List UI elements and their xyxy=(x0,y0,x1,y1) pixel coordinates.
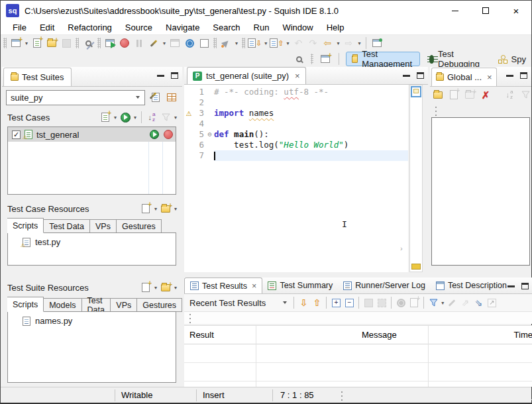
close-icon[interactable]: × xyxy=(252,281,256,291)
new-test-case-button[interactable] xyxy=(30,36,44,50)
chevron-down-icon[interactable]: ▾ xyxy=(173,111,178,124)
new-test-case-button[interactable] xyxy=(99,111,112,124)
add-directory-button[interactable] xyxy=(431,88,445,101)
column-divider[interactable] xyxy=(428,326,429,387)
suite-selector[interactable]: suite_py xyxy=(6,90,145,105)
drag-handle[interactable] xyxy=(188,313,192,323)
resource-tab[interactable]: Test Data xyxy=(82,298,111,312)
code-line[interactable]: 4 xyxy=(184,119,408,129)
new-test-suite-button[interactable] xyxy=(9,36,23,50)
collapse-all-button[interactable]: − xyxy=(343,296,356,309)
menu-item[interactable]: Edit xyxy=(33,21,61,35)
tab-test-suites[interactable]: Test Suites xyxy=(3,68,72,86)
code-editor[interactable]: 1# -*- coding: utf-8 -*-23import names45… xyxy=(184,85,408,272)
menu-item[interactable]: Help xyxy=(320,21,351,35)
chevron-down-icon[interactable]: ▾ xyxy=(285,36,290,50)
record-test-case-button[interactable] xyxy=(164,130,173,139)
drag-handle[interactable] xyxy=(434,105,438,116)
code-line[interactable]: 7 xyxy=(184,150,408,161)
maximize-view-icon[interactable] xyxy=(417,72,424,79)
minimize-view-icon[interactable] xyxy=(506,75,513,77)
overview-warning-marker[interactable] xyxy=(411,264,421,270)
minimize-view-icon[interactable] xyxy=(403,75,410,77)
recent-test-results-dropdown[interactable]: Recent Test Results xyxy=(189,298,287,308)
menu-item[interactable]: Source xyxy=(119,21,159,35)
filter-results-button[interactable] xyxy=(427,296,440,309)
quick-launch-button[interactable] xyxy=(219,36,233,50)
close-button[interactable]: × xyxy=(501,1,531,21)
close-icon[interactable]: × xyxy=(487,72,492,82)
next-annotation-button[interactable]: ⇩ xyxy=(248,36,262,50)
chevron-down-icon[interactable]: ▾ xyxy=(113,111,118,124)
minimize-button[interactable] xyxy=(440,1,470,21)
import-results-button[interactable]: ⇘ xyxy=(472,296,485,309)
resource-tab[interactable]: Models xyxy=(44,298,81,312)
sort-button[interactable]: ↓az xyxy=(145,111,158,124)
resource-tab[interactable]: Gestures xyxy=(137,298,182,312)
launch-aut-button[interactable] xyxy=(103,36,117,50)
chevron-down-icon[interactable]: ▾ xyxy=(133,111,138,124)
bottom-tab[interactable]: Test Results × xyxy=(184,278,262,293)
search-button[interactable] xyxy=(292,52,305,66)
perspective-spy[interactable]: Spy xyxy=(493,52,531,66)
run-test-case-button[interactable] xyxy=(150,130,159,139)
perspective-test-management[interactable]: Test Management xyxy=(346,52,420,66)
maximize-button[interactable] xyxy=(470,1,501,21)
bottom-tab[interactable]: Test Description × xyxy=(431,278,512,293)
chevron-down-icon[interactable]: ▾ xyxy=(440,296,445,309)
suite-config-button[interactable] xyxy=(165,91,178,104)
new-folder-button[interactable] xyxy=(159,202,172,215)
test-case-row[interactable]: ✓ ⚠ tst_general xyxy=(8,127,176,142)
window-layout-button[interactable] xyxy=(197,36,211,50)
bottom-tab[interactable]: Test Summary × xyxy=(262,278,338,293)
global-scripts-list[interactable] xyxy=(431,117,530,266)
menu-item[interactable]: Window xyxy=(276,21,319,35)
web-inspector-button[interactable] xyxy=(183,36,196,50)
chevron-down-icon[interactable]: ▾ xyxy=(173,281,178,294)
object-picker-button[interactable] xyxy=(147,36,160,50)
previous-annotation-button[interactable]: ⇧ xyxy=(270,36,284,50)
expand-all-button[interactable]: + xyxy=(329,296,343,309)
pin-editor-button[interactable] xyxy=(370,36,384,50)
editor-tab[interactable]: P tst_general (suite_py) × xyxy=(187,67,306,84)
checkbox-checked[interactable]: ✓ xyxy=(12,130,21,139)
column-header[interactable]: Time xyxy=(509,330,532,340)
resource-tab[interactable]: Scripts xyxy=(7,297,44,312)
chevron-down-icon[interactable]: ▾ xyxy=(335,36,341,50)
chevron-down-icon[interactable]: ▾ xyxy=(234,36,239,50)
next-result-button[interactable]: ⇩ xyxy=(297,296,310,309)
new-file-button[interactable] xyxy=(139,202,152,215)
menu-item[interactable]: File xyxy=(6,21,33,35)
menu-item[interactable]: Run xyxy=(247,21,276,35)
menu-item[interactable]: Search xyxy=(206,21,246,35)
resource-tab[interactable]: VPs xyxy=(111,298,137,312)
minimize-view-icon[interactable] xyxy=(507,285,515,287)
code-line[interactable]: 6 test.log("Hello World") xyxy=(184,140,408,150)
bottom-tab[interactable]: Runner/Server Log × xyxy=(338,278,431,293)
overview-viewport[interactable] xyxy=(411,86,421,97)
minimize-view-icon[interactable] xyxy=(157,75,164,77)
tab-global-scripts[interactable]: Global ... × xyxy=(431,68,497,86)
file-row[interactable]: names.py xyxy=(8,312,176,326)
drag-handle[interactable] xyxy=(340,390,344,401)
column-header[interactable]: Result xyxy=(184,330,356,340)
chevron-down-icon[interactable]: ▾ xyxy=(153,202,158,215)
chevron-down-icon[interactable]: ▾ xyxy=(162,36,167,50)
suite-settings-button[interactable] xyxy=(149,91,162,104)
overview-ruler[interactable] xyxy=(409,85,423,272)
menu-item[interactable]: Navigate xyxy=(159,21,206,35)
record-button[interactable] xyxy=(118,36,131,50)
code-line[interactable]: 3import names xyxy=(184,108,408,119)
column-divider[interactable] xyxy=(256,326,256,387)
chevron-down-icon[interactable]: ▾ xyxy=(263,36,268,50)
maximize-view-icon[interactable] xyxy=(520,72,527,79)
column-header[interactable]: Message xyxy=(356,330,509,340)
resource-tab[interactable]: Scripts xyxy=(7,218,44,233)
chevron-down-icon[interactable]: ▾ xyxy=(173,202,178,215)
code-line[interactable]: 1# -*- coding: utf-8 -*- xyxy=(184,87,408,97)
close-icon[interactable]: × xyxy=(295,71,300,81)
open-perspective-button[interactable] xyxy=(319,52,332,66)
resource-tab[interactable]: Gestures xyxy=(117,219,162,233)
remove-button[interactable]: ✗ xyxy=(479,88,492,101)
new-file-button[interactable] xyxy=(139,281,152,294)
